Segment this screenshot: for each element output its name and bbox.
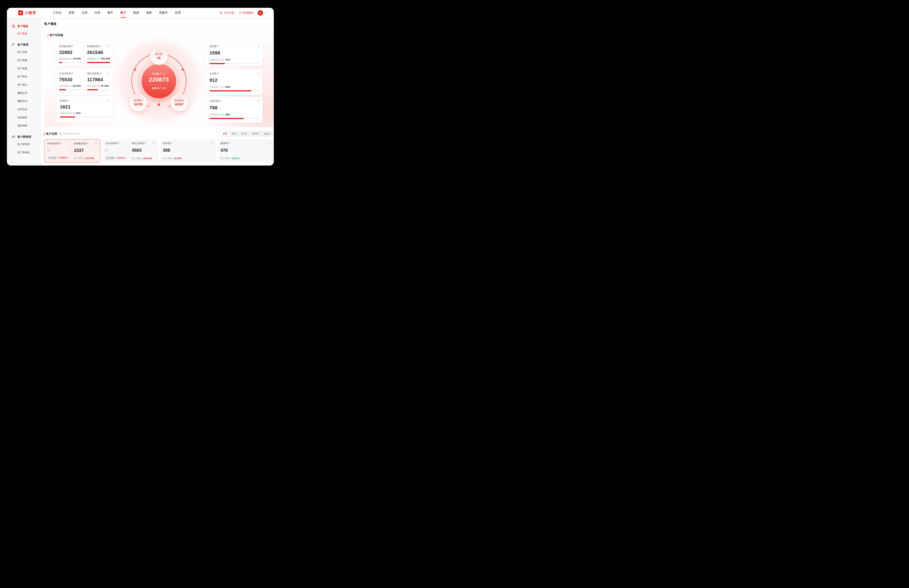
progress-bar — [87, 89, 110, 90]
metric-label: 会员客户 — [209, 72, 259, 75]
sidebar-item-delete-records[interactable]: 删除记录 — [7, 89, 42, 97]
nav-item-promoter[interactable]: 推客 — [146, 8, 152, 18]
sidebar-group-dashboard[interactable]: 客户看板 — [7, 24, 42, 28]
op-label: 跟进客户 — [163, 142, 213, 145]
nav-item-content[interactable]: 内容 — [95, 8, 100, 18]
compare-label: 较上周期 — [132, 157, 141, 160]
brand-logo-text: 小裂变 — [25, 10, 36, 15]
op-half-chat-active: 聊天活跃客户 4563 较上周期 200.23% — [129, 142, 155, 160]
gauge-satellite-groups: 客户群 29 — [150, 47, 168, 65]
info-icon[interactable] — [257, 100, 260, 102]
sidebar-item-customer-dashboard[interactable]: 客户看板 — [7, 29, 42, 38]
metric-card-sharer-customers: 分享员客户 798 分享员客户占比69% — [206, 97, 262, 123]
contact-advisor-link[interactable]: 联系顾问 — [58, 156, 68, 159]
tab-last30days[interactable]: 近30日 — [250, 131, 261, 136]
progress-bar — [209, 90, 259, 91]
sidebar-item-blacklist[interactable]: 拉黑名单 — [7, 105, 42, 113]
nav-item-apps[interactable]: 应用 — [175, 8, 181, 18]
contact-advisor-label: 联系顾问 — [243, 11, 254, 15]
metric-sub: 群发触达占比13.24% — [59, 57, 81, 60]
progress-bar — [60, 116, 109, 118]
page-title: 客户看板 — [44, 22, 270, 26]
customer-operations-panel: 客户运营 统计时间 2023.12.12 今日 昨日 近7日 近30日 自定义 — [44, 131, 273, 162]
divider — [11, 40, 37, 40]
sidebar-item-group-tags[interactable]: 客户群标签 — [7, 148, 42, 157]
compare-label: 较上周期 — [163, 157, 171, 160]
metric-label: 互动活跃客户 — [59, 72, 82, 75]
metric-value: 798 — [209, 105, 259, 111]
contact-advisor-link[interactable]: 联系顾问 — [116, 157, 126, 160]
nav-item-workbench[interactable]: 工作台 — [53, 8, 61, 18]
sidebar-item-customer-points[interactable]: 客户积分 — [7, 81, 42, 89]
metric-card-private-chat-reach: 私聊触达客户 261546 私聊触达占比105.34% — [84, 42, 113, 66]
info-icon[interactable] — [107, 72, 110, 74]
sidebar-group-group-mgmt[interactable]: 客户群管理 — [7, 135, 42, 139]
info-icon[interactable] — [257, 72, 260, 74]
gauge-satellite-group-customers: 群内客户 56789 — [129, 94, 147, 111]
nav-item-chat[interactable]: 聊天 — [107, 8, 113, 18]
tab-custom[interactable]: 自定义 — [261, 131, 273, 136]
info-icon[interactable] — [107, 99, 110, 102]
sidebar-item-customer-tags[interactable]: 客户标签 — [7, 64, 42, 73]
tab-today[interactable]: 今日 — [220, 131, 230, 136]
info-icon[interactable] — [268, 142, 271, 144]
op-card-reach[interactable]: 群发触达客户 0 暂无权限 联系顾问 私聊触达客户 2337 — [44, 139, 100, 162]
sidebar-item-active-inherit[interactable]: 在职继承 — [7, 113, 42, 121]
sidebar-group-customer-mgmt[interactable]: 客户管理 — [7, 43, 42, 47]
info-icon[interactable] — [153, 142, 155, 144]
sidebar-item-resign-inherit[interactable]: 离职继承 — [7, 121, 42, 130]
metric-card-member-customers: 会员客户 912 分享员客户占比84% — [206, 69, 262, 95]
gauge-deleted-customers: 删除客户 208 — [152, 87, 166, 90]
account-menu[interactable] — [257, 10, 267, 16]
info-icon[interactable] — [257, 45, 260, 47]
metric-label: 群发触达客户 — [59, 45, 81, 48]
info-icon[interactable] — [210, 142, 213, 144]
sidebar-item-delete-risk[interactable]: 删除风控 — [7, 97, 42, 105]
sidebar-item-customer-list[interactable]: 客户列表 — [7, 48, 42, 56]
order-now-button[interactable]: 立即订购 — [220, 11, 234, 15]
delta-value: 50.43% — [173, 157, 182, 160]
satellite-label: 群内客户 — [134, 99, 143, 102]
nav-item-acquisition[interactable]: 获客 — [69, 8, 74, 18]
metric-label: 私聊触达客户 — [87, 45, 110, 48]
satellite-label: 客户群 — [155, 53, 163, 56]
stat-time: 统计时间 2023.12.12 — [59, 132, 80, 136]
date-range-tabs: 今日 昨日 近7日 近30日 自定义 — [220, 131, 273, 137]
op-card-deleted[interactable]: 删除客户 476 较上周期 36.87% — [218, 139, 273, 162]
op-card-active[interactable]: 互动活跃客户 0 暂无权限 联系顾问 聊天活跃客户 4563 — [102, 139, 158, 162]
chevron-down-icon — [264, 11, 267, 14]
delta-value: 110.70% — [84, 157, 94, 160]
metric-sub: 分享员客户占比69% — [209, 113, 259, 116]
metric-sub: 私聊触达占比105.34% — [87, 57, 110, 60]
sidebar-item-customer-profile[interactable]: 客户画像 — [7, 56, 42, 64]
progress-bar — [209, 118, 259, 119]
metric-label: 成交客户 — [209, 45, 259, 48]
nav-item-customer[interactable]: 客户 — [120, 8, 126, 18]
nav-item-data[interactable]: 数据 — [133, 8, 139, 18]
person-list-icon — [11, 43, 15, 47]
section-title: 客户运营 — [46, 132, 57, 136]
op-label: 私聊触达客户 — [74, 142, 97, 145]
progress-bar — [87, 62, 110, 63]
info-icon[interactable] — [163, 73, 166, 75]
sidebar-group-label: 客户看板 — [18, 24, 28, 28]
op-label: 删除客户 — [220, 142, 270, 145]
contact-advisor-button[interactable]: 联系顾问 — [239, 11, 254, 15]
brand-logo-icon — [18, 10, 23, 15]
metric-half-interaction-active: 互动活跃客户 75530 互动活跃占比30.42% — [57, 69, 84, 95]
metric-card-active-pair: 互动活跃客户 75530 互动活跃占比30.42% 聊天活跃客户 117864 … — [57, 69, 113, 95]
op-card-followup[interactable]: 跟进客户 398 较上周期 50.43% — [160, 139, 216, 162]
tab-last7days[interactable]: 近7日 — [239, 131, 250, 136]
sidebar-item-customer-stage[interactable]: 客户阶段 — [7, 73, 42, 81]
section-accent-bar — [48, 34, 49, 37]
sidebar: 客户看板 客户看板 客户管理 客户列表 客户画像 客户标签 客户阶段 客户积分 … — [7, 18, 42, 166]
nav-item-operation[interactable]: 运营 — [82, 8, 87, 18]
customer-dashboard-panel: 客户仪表盘 群发触达客户 32882 群发触达占比13.24% 私聊触达 — [44, 29, 273, 127]
sidebar-item-group-list[interactable]: 客户群列表 — [7, 140, 42, 148]
brand-logo[interactable]: 小裂变 — [18, 10, 36, 15]
nav-item-video[interactable]: 视频号 — [159, 8, 168, 18]
metric-card-deal-customers: 成交客户 1598 分享员客户占比31% — [206, 42, 262, 66]
tab-yesterday[interactable]: 昨日 — [230, 131, 239, 136]
metric-value: 1598 — [209, 50, 259, 56]
op-half-private-chat-reach: 私聊触达客户 2337 较上周期 110.70% — [71, 142, 97, 160]
